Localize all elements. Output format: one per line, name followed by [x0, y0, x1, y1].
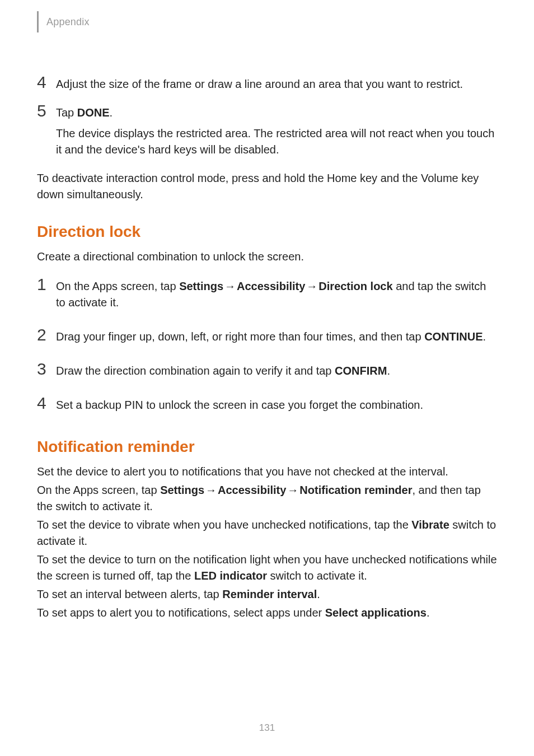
- notification-paragraph: To set an interval between alerts, tap R…: [37, 586, 497, 603]
- direction-lock-intro: Create a directional combination to unlo…: [37, 249, 497, 265]
- step-number: 2: [37, 326, 56, 343]
- bold-text: Vibrate: [411, 519, 449, 531]
- notification-paragraph: To set apps to alert you to notification…: [37, 605, 497, 621]
- heading-notification-reminder: Notification reminder: [37, 438, 497, 456]
- step-text: Draw the direction combination again to …: [56, 363, 497, 379]
- bold-text: DONE: [77, 106, 110, 119]
- arrow-icon: →: [286, 484, 299, 496]
- bold-text: Notification reminder: [299, 484, 412, 496]
- arrow-icon: →: [223, 280, 237, 292]
- header-label: Appendix: [46, 16, 90, 28]
- step-body: Tap DONE.The device displays the restric…: [56, 102, 497, 162]
- step: 5Tap DONE.The device displays the restri…: [37, 102, 497, 162]
- step-text: On the Apps screen, tap Settings→Accessi…: [56, 278, 497, 311]
- page: Appendix 4Adjust the size of the frame o…: [0, 0, 534, 756]
- bold-text: Accessibility: [237, 280, 305, 292]
- notification-paragraph: Set the device to alert you to notificat…: [37, 464, 497, 480]
- step-number: 1: [37, 276, 56, 293]
- direction-lock-steps: 1On the Apps screen, tap Settings→Access…: [37, 276, 497, 418]
- step: 2Drag your finger up, down, left, or rig…: [37, 326, 497, 349]
- step-body: On the Apps screen, tap Settings→Accessi…: [56, 276, 497, 315]
- heading-direction-lock: Direction lock: [37, 223, 497, 241]
- bold-text: CONFIRM: [335, 365, 387, 377]
- step: 3Draw the direction combination again to…: [37, 361, 497, 384]
- top-steps: 4Adjust the size of the frame or draw a …: [37, 74, 497, 162]
- step-body: Drag your finger up, down, left, or righ…: [56, 326, 497, 349]
- step-body: Draw the direction combination again to …: [56, 361, 497, 384]
- step: 1On the Apps screen, tap Settings→Access…: [37, 276, 497, 315]
- step-text: Tap DONE.: [56, 105, 497, 121]
- step-text: Drag your finger up, down, left, or righ…: [56, 329, 497, 345]
- notification-reminder-body: Set the device to alert you to notificat…: [37, 464, 497, 621]
- bold-text: LED indicator: [194, 570, 267, 582]
- header-rule: [37, 11, 39, 32]
- notification-paragraph: To set the device to turn on the notific…: [37, 552, 497, 584]
- step-text: Set a backup PIN to unlock the screen in…: [56, 397, 497, 413]
- bold-text: Accessibility: [218, 484, 286, 496]
- step: 4Adjust the size of the frame or draw a …: [37, 74, 497, 97]
- step-text: The device displays the restricted area.…: [56, 125, 497, 158]
- step-number: 5: [37, 102, 56, 119]
- step-number: 3: [37, 361, 56, 377]
- step-body: Adjust the size of the frame or draw a l…: [56, 74, 497, 97]
- page-number: 131: [0, 722, 534, 734]
- arrow-icon: →: [204, 484, 218, 496]
- bold-text: Reminder interval: [222, 588, 317, 600]
- bold-text: CONTINUE: [424, 330, 483, 343]
- bold-text: Settings: [160, 484, 204, 496]
- step: 4Set a backup PIN to unlock the screen i…: [37, 395, 497, 418]
- step-text: Adjust the size of the frame or draw a l…: [56, 76, 497, 92]
- step-number: 4: [37, 395, 56, 412]
- bold-text: Select applications: [325, 606, 427, 619]
- bold-text: Settings: [179, 280, 223, 292]
- bold-text: Direction lock: [318, 280, 392, 292]
- notification-paragraph: To set the device to vibrate when you ha…: [37, 517, 497, 549]
- page-header: Appendix: [37, 11, 497, 32]
- arrow-icon: →: [305, 280, 318, 292]
- step-body: Set a backup PIN to unlock the screen in…: [56, 395, 497, 418]
- top-paragraph: To deactivate interaction control mode, …: [37, 170, 497, 203]
- step-number: 4: [37, 74, 56, 91]
- notification-paragraph: On the Apps screen, tap Settings→Accessi…: [37, 482, 497, 515]
